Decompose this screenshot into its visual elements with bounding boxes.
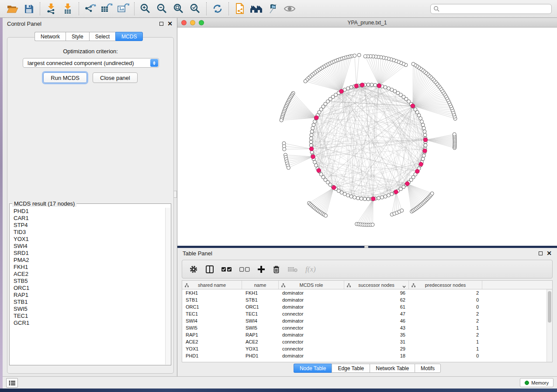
- network-hub-node[interactable]: [405, 182, 409, 186]
- network-node[interactable]: [353, 196, 356, 199]
- network-node[interactable]: [400, 209, 404, 212]
- result-item[interactable]: STP4: [14, 222, 165, 229]
- table-row[interactable]: YOX1YOX1connector291: [182, 345, 552, 352]
- import-network-icon[interactable]: [44, 2, 58, 16]
- flag-icon[interactable]: [266, 2, 280, 16]
- zoom-selected-icon[interactable]: [188, 2, 202, 16]
- column-header-MCDS-role[interactable]: MCDS role: [279, 281, 344, 289]
- tab-edge-table[interactable]: Edge Table: [332, 364, 370, 373]
- network-node[interactable]: [387, 87, 391, 90]
- network-node[interactable]: [384, 86, 387, 89]
- table-row[interactable]: ACE2ACE2connector311: [182, 338, 552, 345]
- network-node[interactable]: [353, 54, 356, 58]
- tab-motifs[interactable]: Motifs: [415, 364, 441, 373]
- network-hub-node[interactable]: [377, 84, 381, 88]
- result-item[interactable]: SRD1: [14, 250, 165, 257]
- save-session-icon[interactable]: [22, 2, 36, 16]
- network-hub-node[interactable]: [423, 149, 427, 153]
- cell-name[interactable]: RAP1: [242, 331, 279, 338]
- search-field[interactable]: [430, 4, 552, 14]
- tab-mcds[interactable]: MCDS: [115, 32, 143, 41]
- cell-predecessor-nodes[interactable]: 1: [409, 338, 482, 345]
- network-hub-node[interactable]: [415, 169, 419, 173]
- delete-column-icon[interactable]: [273, 265, 280, 274]
- cell-predecessor-nodes[interactable]: 2: [409, 331, 482, 338]
- result-item[interactable]: FKH1: [14, 264, 165, 271]
- network-canvas[interactable]: [177, 28, 557, 245]
- cell-successor-nodes[interactable]: 31: [344, 338, 409, 345]
- network-hub-node[interactable]: [354, 84, 358, 88]
- network-node[interactable]: [363, 55, 367, 58]
- cell-predecessor-nodes[interactable]: 0: [409, 296, 482, 303]
- minimize-window-icon[interactable]: [190, 20, 195, 25]
- criterion-select[interactable]: largest connected component (undirected): [23, 58, 159, 68]
- result-item[interactable]: TID3: [14, 229, 165, 236]
- tab-network[interactable]: Network: [35, 32, 66, 41]
- result-item[interactable]: STB1: [14, 299, 165, 306]
- vertical-splitter-handle[interactable]: [173, 191, 177, 198]
- float-panel-icon[interactable]: [159, 22, 163, 26]
- close-panel-icon[interactable]: ✕: [167, 22, 173, 26]
- table-row[interactable]: SWI5SWI5connector431: [182, 324, 552, 331]
- network-node[interactable]: [356, 196, 360, 200]
- network-window-titlebar[interactable]: YPA_prune.txt_1: [177, 18, 557, 28]
- network-node[interactable]: [309, 137, 313, 140]
- network-node[interactable]: [423, 130, 426, 133]
- cell-MCDS-role[interactable]: connector: [279, 324, 344, 331]
- cell-shared-name[interactable]: ACE2: [182, 338, 242, 345]
- network-node[interactable]: [349, 86, 353, 89]
- add-column-icon[interactable]: [257, 265, 265, 273]
- network-node[interactable]: [312, 123, 315, 127]
- network-hub-node[interactable]: [371, 197, 375, 201]
- cell-name[interactable]: TEC1: [242, 310, 279, 317]
- tab-style[interactable]: Style: [66, 32, 89, 41]
- cell-name[interactable]: SWI4: [242, 317, 279, 324]
- network-node[interactable]: [313, 120, 317, 124]
- table-row[interactable]: SWI4SWI4dominator462: [182, 317, 552, 324]
- unselect-all-icon[interactable]: [239, 267, 250, 272]
- export-image-icon[interactable]: [116, 2, 130, 16]
- result-item[interactable]: ORC1: [14, 285, 165, 292]
- cell-shared-name[interactable]: FKH1: [182, 289, 242, 296]
- share-document-icon[interactable]: [233, 2, 247, 16]
- open-file-icon[interactable]: [5, 2, 19, 16]
- network-node[interactable]: [367, 83, 370, 86]
- network-hub-node[interactable]: [309, 147, 313, 151]
- network-node[interactable]: [377, 196, 381, 200]
- cell-predecessor-nodes[interactable]: 0: [409, 303, 482, 310]
- network-node[interactable]: [310, 130, 314, 133]
- cell-successor-nodes[interactable]: 43: [344, 324, 409, 331]
- export-table-icon[interactable]: [100, 2, 114, 16]
- tab-node-table[interactable]: Node Table: [294, 364, 332, 373]
- network-node[interactable]: [421, 157, 425, 161]
- cell-MCDS-role[interactable]: dominator: [279, 317, 344, 324]
- network-hub-node[interactable]: [423, 138, 427, 142]
- cell-MCDS-role[interactable]: connector: [279, 310, 344, 317]
- network-node[interactable]: [374, 83, 377, 87]
- tab-network-table[interactable]: Network Table: [370, 364, 415, 373]
- close-panel-button[interactable]: Close panel: [93, 72, 138, 83]
- network-node[interactable]: [343, 193, 346, 196]
- search-input[interactable]: [441, 6, 549, 12]
- hide-eye-icon[interactable]: [283, 2, 297, 16]
- network-node[interactable]: [453, 133, 456, 136]
- cell-MCDS-role[interactable]: dominator: [279, 296, 344, 303]
- network-node[interactable]: [283, 148, 286, 151]
- cell-successor-nodes[interactable]: 61: [344, 303, 409, 310]
- cell-name[interactable]: YOX1: [242, 345, 279, 352]
- network-hub-node[interactable]: [394, 190, 398, 194]
- close-panel-icon[interactable]: ✕: [547, 251, 552, 255]
- result-item[interactable]: YOX1: [14, 236, 165, 243]
- table-row[interactable]: PHD1PHD1dominator180: [182, 352, 552, 359]
- network-hub-node[interactable]: [317, 168, 321, 172]
- cell-MCDS-role[interactable]: dominator: [279, 303, 344, 310]
- network-hub-node[interactable]: [360, 83, 364, 87]
- cell-name[interactable]: STB1: [242, 296, 279, 303]
- network-node[interactable]: [309, 140, 313, 144]
- network-node[interactable]: [380, 196, 384, 199]
- maximize-window-icon[interactable]: [199, 20, 204, 25]
- network-node[interactable]: [421, 123, 425, 127]
- network-node[interactable]: [387, 194, 391, 197]
- zoom-out-icon[interactable]: [155, 2, 169, 16]
- cell-shared-name[interactable]: SWI5: [182, 324, 242, 331]
